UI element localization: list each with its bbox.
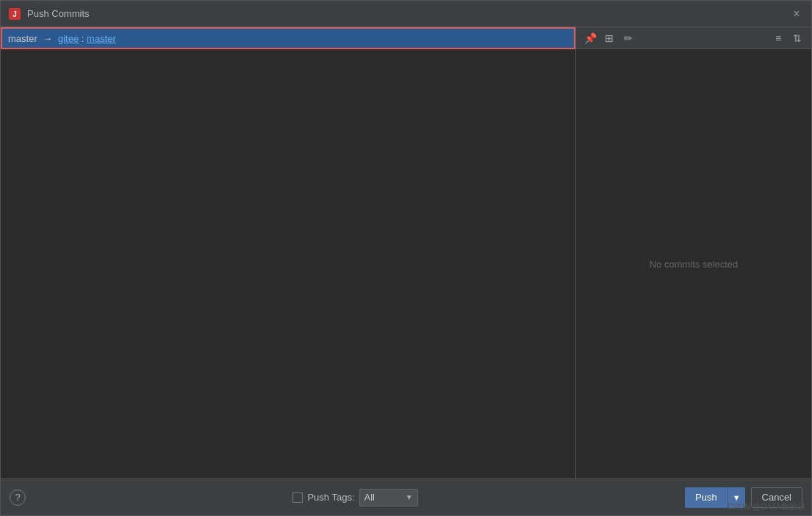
dropdown-arrow-icon: ▼ (406, 493, 413, 501)
branch-selector[interactable]: master → gitee : master (1, 27, 575, 49)
push-tags-group: Push Tags: All ▼ (292, 489, 417, 506)
watermark: CSDN @DATA数据袋 (727, 501, 805, 512)
align-top-icon[interactable]: ≡ (770, 30, 786, 46)
left-panel: master → gitee : master (1, 27, 576, 479)
help-button[interactable]: ? (10, 490, 26, 506)
commits-list[interactable] (1, 49, 575, 479)
right-toolbar-left: 📌 ⊞ ✏ (582, 30, 636, 46)
content-area: master → gitee : master 📌 ⊞ ✏ (1, 27, 811, 479)
no-commits-label: No commits selected (650, 259, 739, 270)
push-tags-label-text: Push Tags: (307, 492, 354, 503)
close-button[interactable]: × (789, 7, 804, 21)
push-tags-dropdown[interactable]: All ▼ (359, 489, 418, 506)
dialog-title: Push Commits (27, 8, 90, 19)
pin-icon[interactable]: 📌 (582, 30, 598, 46)
remote-branch-label[interactable]: master (87, 33, 116, 44)
local-branch-label: master (8, 33, 37, 44)
branch-arrow: → (43, 33, 52, 44)
right-panel: 📌 ⊞ ✏ ≡ ⇅ No commits selected (576, 27, 811, 479)
push-tags-checkbox[interactable] (292, 492, 303, 503)
right-content: No commits selected (576, 49, 811, 479)
title-bar-left: J Push Commits (8, 7, 90, 21)
svg-text:J: J (12, 10, 17, 18)
app-icon: J (8, 7, 21, 21)
right-toolbar: 📌 ⊞ ✏ ≡ ⇅ (576, 27, 811, 49)
branch-display: master → gitee : master (8, 33, 116, 44)
branch-separator: : (82, 33, 87, 44)
push-tags-dropdown-value: All (364, 492, 375, 503)
push-button[interactable]: Push (685, 487, 727, 508)
edit-icon[interactable]: ✏ (620, 30, 636, 46)
bottom-left: ? (10, 490, 26, 506)
align-bottom-icon[interactable]: ⇅ (789, 30, 805, 46)
grid-icon[interactable]: ⊞ (601, 30, 617, 46)
bottom-bar: ? Push Tags: All ▼ Push ▼ Cancel (1, 479, 811, 515)
title-bar: J Push Commits × (1, 1, 811, 27)
right-toolbar-right: ≡ ⇅ (770, 30, 805, 46)
remote-name[interactable]: gitee (58, 33, 79, 44)
push-commits-dialog: J Push Commits × master → gitee : master (0, 0, 812, 516)
